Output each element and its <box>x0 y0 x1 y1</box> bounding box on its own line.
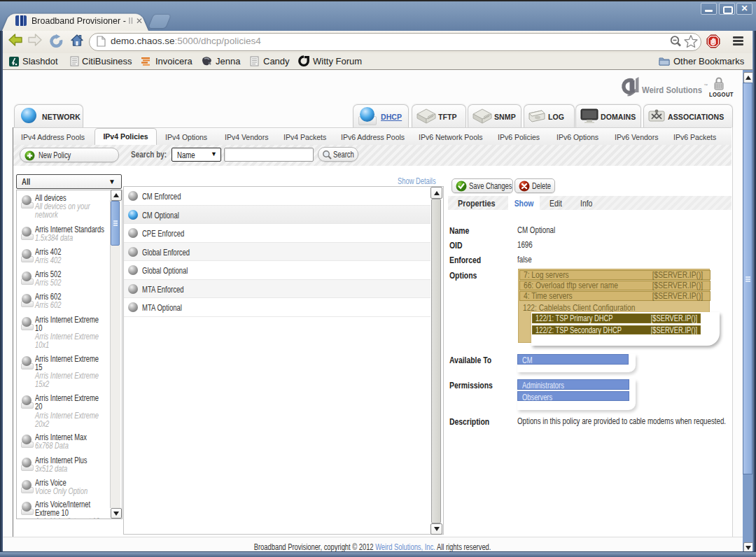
svg-text:™: ™ <box>704 83 708 87</box>
svg-text:Weird Solutions: Weird Solutions <box>642 85 702 95</box>
